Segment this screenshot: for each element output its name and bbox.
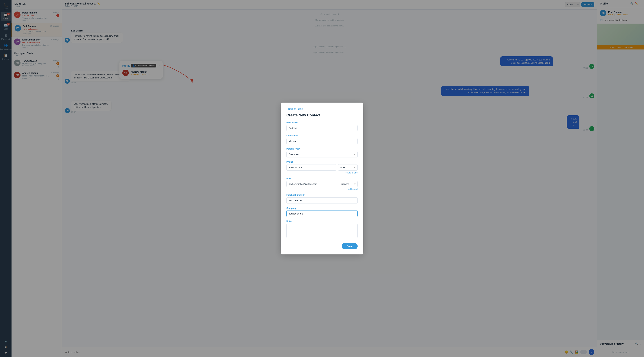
phone-input[interactable] <box>286 164 336 170</box>
company-input[interactable] <box>286 210 358 217</box>
first-name-label: First Name* <box>286 121 358 124</box>
email-row: Business Personal <box>286 181 358 187</box>
chevron-left-icon: ‹ <box>286 108 287 110</box>
facebook-group: Facebook User ID <box>286 194 358 204</box>
modal-title: Create New Contact <box>286 113 358 117</box>
notes-group: Notes <box>286 220 358 238</box>
person-type-label: Person Type* <box>286 148 358 150</box>
last-name-label: Last Name* <box>286 134 358 137</box>
person-type-group: Person Type* Customer Lead Agent <box>286 148 358 158</box>
email-label: Email <box>286 177 358 180</box>
modal-overlay: ‹ Back to Profile Create New Contact Fir… <box>0 0 644 357</box>
last-name-group: Last Name* <box>286 134 358 144</box>
phone-type-select[interactable]: Work Home Mobile <box>338 164 358 170</box>
add-phone-link[interactable]: + Add phone <box>286 172 358 174</box>
notes-label: Notes <box>286 220 358 222</box>
modal-footer: Save <box>286 243 358 250</box>
company-label: Company <box>286 207 358 210</box>
notes-textarea[interactable] <box>286 224 358 238</box>
email-group: Email Business Personal + Add email <box>286 177 358 190</box>
back-to-profile[interactable]: ‹ Back to Profile <box>286 108 358 110</box>
add-email-link[interactable]: + Add email <box>286 188 358 190</box>
phone-label: Phone <box>286 161 358 163</box>
person-type-select[interactable]: Customer Lead Agent <box>286 151 358 158</box>
back-label: Back to Profile <box>288 108 303 110</box>
last-name-input[interactable] <box>286 138 358 144</box>
first-name-input[interactable] <box>286 125 358 131</box>
facebook-label: Facebook User ID <box>286 194 358 196</box>
phone-row: Work Home Mobile <box>286 164 358 170</box>
email-input[interactable] <box>286 181 336 187</box>
create-contact-modal: ‹ Back to Profile Create New Contact Fir… <box>281 102 363 254</box>
save-button[interactable]: Save <box>342 243 358 250</box>
email-type-select[interactable]: Business Personal <box>338 181 358 187</box>
phone-group: Phone Work Home Mobile + Add phone <box>286 161 358 174</box>
facebook-input[interactable] <box>286 198 358 204</box>
company-group: Company <box>286 207 358 217</box>
first-name-group: First Name* <box>286 121 358 131</box>
